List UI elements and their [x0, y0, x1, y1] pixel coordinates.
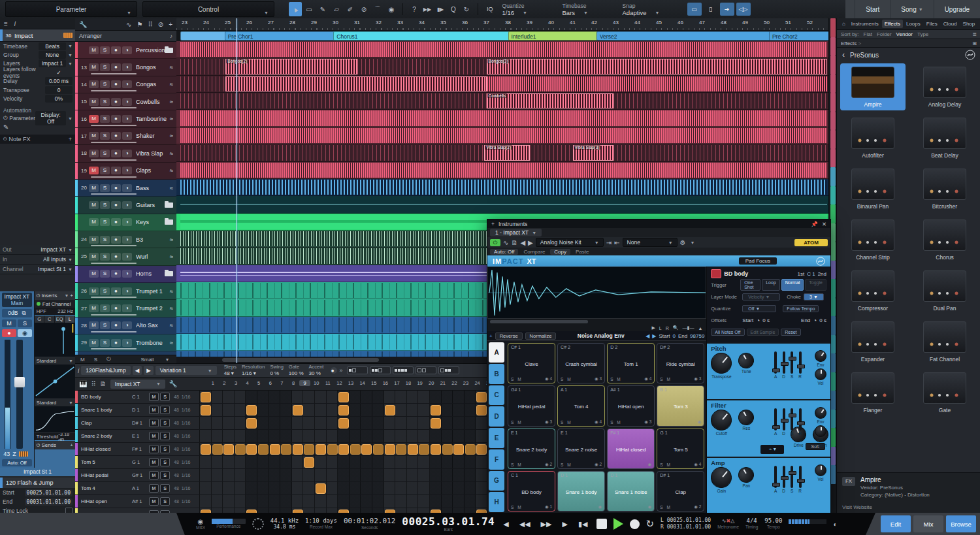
mix-view-button[interactable]: Mix: [913, 515, 943, 532]
sends-header[interactable]: ⏻ Sends +: [35, 441, 75, 449]
env-knob[interactable]: Env: [815, 407, 826, 424]
step-number-8[interactable]: 8: [287, 380, 299, 386]
slider-track[interactable]: [783, 351, 785, 374]
tune-knob[interactable]: Tune: [738, 353, 754, 374]
pattern-param-accent[interactable]: Accent30 %: [309, 365, 324, 376]
iq-label[interactable]: IQ: [487, 6, 493, 12]
pattern-row-name[interactable]: HiHat closed: [78, 446, 132, 452]
step-hit-2[interactable]: [212, 444, 223, 455]
trigger-one-shot[interactable]: One Shot: [740, 279, 760, 291]
slider-handle[interactable]: [797, 365, 805, 368]
track-name[interactable]: Cowbells: [136, 99, 170, 105]
info-icon[interactable]: i: [14, 20, 16, 27]
monitor-button[interactable]: ◑: [122, 201, 132, 209]
channel-name[interactable]: Impact XT Main: [2, 293, 32, 307]
step-hit-6[interactable]: [258, 444, 269, 455]
channel-gain[interactable]: 0dB⧉: [2, 309, 32, 317]
track-name[interactable]: Claps: [136, 167, 170, 174]
follow-button[interactable]: ▶▶: [421, 2, 434, 16]
plugin-tile-ampire[interactable]: Ampire: [840, 63, 906, 110]
plugin-tile-autofilter[interactable]: Autofilter: [840, 114, 906, 161]
step-hit-9[interactable]: [293, 405, 303, 415]
pad-solo-mute[interactable]: S M: [660, 462, 672, 467]
row-solo-button[interactable]: S: [160, 432, 170, 440]
solo-button[interactable]: S: [100, 184, 110, 192]
pad-snare-2-body[interactable]: E 1Snare 2 bodyS M◉ 2: [508, 429, 555, 469]
step-number-7[interactable]: 7: [276, 380, 288, 386]
row-solo-button[interactable]: S: [160, 484, 170, 493]
step-number-15[interactable]: 15: [368, 380, 380, 386]
slider-track[interactable]: [783, 408, 785, 430]
track-row-wurl[interactable]: 25MS●◑Wurl≈: [75, 248, 176, 265]
pad-solo-mute[interactable]: S M: [561, 420, 572, 425]
step-hit-1[interactable]: [201, 444, 211, 455]
channel-mute-button[interactable]: M: [2, 319, 16, 327]
track-name[interactable]: Tambourine: [136, 116, 170, 122]
sample-quantize-dropdown[interactable]: Off ▼: [742, 305, 776, 312]
solo-button[interactable]: S: [100, 63, 110, 71]
slider-handle[interactable]: [797, 421, 805, 425]
step-number-1[interactable]: 1: [207, 380, 219, 386]
pattern-row-name[interactable]: Clap: [78, 420, 132, 426]
rewind-button[interactable]: ◀◀: [517, 520, 532, 528]
pattern-instrument-dropdown[interactable]: Impact XT▼: [110, 380, 165, 389]
slider-handle[interactable]: [789, 357, 796, 361]
step-hit-10[interactable]: [304, 457, 314, 468]
pattern-row-label[interactable]: BD bodyC 1MS481/16: [75, 391, 200, 403]
tempo-display[interactable]: 95.00Tempo: [764, 518, 782, 529]
pad-solo-mute[interactable]: S M: [610, 420, 622, 425]
sort-option-folder[interactable]: Folder: [877, 31, 892, 37]
slider-a[interactable]: A: [774, 408, 777, 436]
volume-slider[interactable]: [91, 245, 137, 246]
atom-badge[interactable]: ATOM: [794, 239, 828, 246]
record-arm-button[interactable]: ●: [111, 150, 121, 157]
loop-button[interactable]: ↻: [646, 518, 655, 530]
prev-variation-button[interactable]: ◀: [133, 366, 142, 375]
compare-button[interactable]: Compare: [523, 249, 545, 255]
record-arm-button[interactable]: ●: [111, 218, 121, 226]
row-mute-button[interactable]: M: [149, 445, 159, 453]
monitor-button[interactable]: ◑: [122, 80, 132, 88]
import-icon[interactable]: ⇤: [614, 239, 619, 246]
event-row-value[interactable]: 00031.01.01.00: [25, 498, 73, 506]
record-arm-button[interactable]: ●: [111, 321, 121, 329]
pattern-row-name[interactable]: HiHat open: [78, 498, 132, 504]
monitor-button[interactable]: ◑: [122, 236, 132, 244]
pad-bd-body[interactable]: C 1BD bodyS M◉ 1: [508, 471, 555, 511]
monitor-button[interactable]: ◑: [122, 287, 132, 295]
autoscroll-button[interactable]: ▮▶: [434, 2, 447, 16]
pad-solo-mute[interactable]: S M: [660, 505, 672, 510]
end-value[interactable]: 98759: [690, 333, 704, 339]
inspector-row-value[interactable]: Beats: [39, 42, 66, 50]
record-arm-button[interactable]: ●: [111, 46, 121, 54]
tab-cloud[interactable]: Cloud: [941, 20, 960, 28]
track-row-bass[interactable]: 20MS●◑Bass≈: [75, 180, 176, 197]
slider-handle[interactable]: [781, 419, 789, 423]
pattern-preset-chip[interactable]: [370, 366, 391, 374]
slider-s[interactable]: S: [791, 351, 793, 379]
track-name[interactable]: Vibra Slap: [136, 150, 170, 157]
timebase-selector[interactable]: Timebase Bars▼: [563, 1, 613, 17]
sort-option-type[interactable]: Type: [917, 31, 928, 37]
paste-button[interactable]: Paste: [576, 249, 589, 255]
solo-button[interactable]: S: [100, 201, 110, 209]
slider-track[interactable]: [791, 351, 793, 374]
track-height-selector[interactable]: Small: [140, 357, 154, 363]
volume-slider[interactable]: [91, 142, 137, 143]
mute-button[interactable]: M: [89, 287, 99, 295]
next-variation-button[interactable]: ▶: [144, 366, 154, 375]
global-mute-button[interactable]: M: [80, 357, 85, 363]
pad-tom-3[interactable]: B 1Tom 3◉: [657, 385, 704, 426]
step-number-2[interactable]: 2: [219, 380, 231, 386]
pad-snare-1-noise[interactable]: D 1Snare 1 noise◉: [607, 471, 655, 511]
playhead-cursor[interactable]: [237, 18, 237, 363]
automation-parameter-row[interactable]: ⏻ Parameter Display: Off ▼: [0, 114, 75, 123]
io-value[interactable]: Impact XT: [41, 246, 66, 253]
slider-r[interactable]: R: [798, 351, 802, 379]
track-row-tambourine[interactable]: 16MS●◑Tambourine≈: [75, 110, 176, 127]
track-row-b3[interactable]: 24MS●◑B3≈: [75, 231, 176, 248]
plugin-tile-flanger[interactable]: Flanger: [840, 369, 906, 416]
layer-mode-dropdown[interactable]: Velocity ▼: [742, 293, 780, 300]
fader-handle[interactable]: [14, 377, 25, 387]
pad-solo-mute[interactable]: S M: [610, 377, 622, 381]
